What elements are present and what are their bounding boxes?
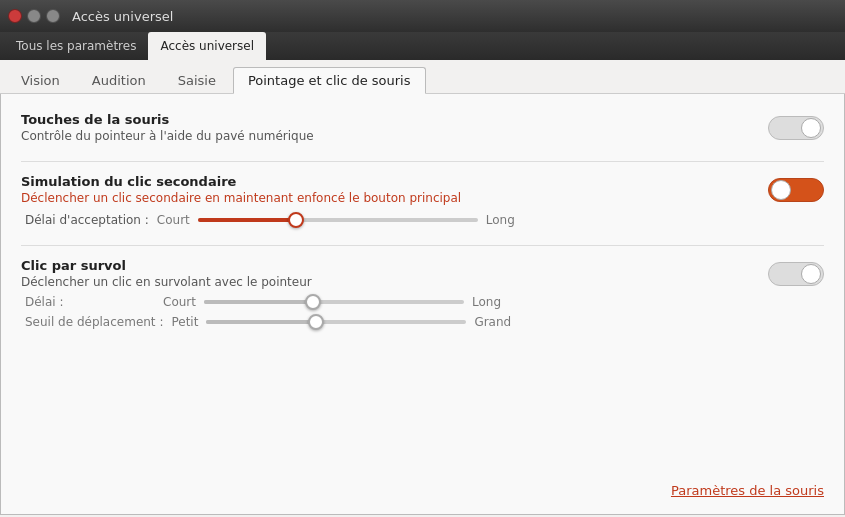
- window-title: Accès universel: [72, 9, 173, 24]
- divider-1: [21, 161, 824, 162]
- survol-delai-fill: [204, 300, 313, 304]
- survol-delai-row: Délai : Court Long: [25, 295, 824, 309]
- delai-max: Long: [486, 213, 515, 227]
- simulation-toggle[interactable]: I: [768, 178, 824, 202]
- survol-seuil-max: Grand: [474, 315, 511, 329]
- section-survol-header: Clic par survol Déclencher un clic en su…: [21, 258, 824, 289]
- section-simulation-text: Simulation du clic secondaire Déclencher…: [21, 174, 461, 205]
- menu-acces-universel[interactable]: Accès universel: [148, 32, 266, 60]
- survol-seuil-min: Petit: [171, 315, 198, 329]
- simulation-desc: Déclencher un clic secondaire en mainten…: [21, 191, 461, 205]
- titlebar: Accès universel: [0, 0, 845, 32]
- section-touches-souris: Touches de la souris Contrôle du pointeu…: [21, 112, 824, 143]
- footer-link[interactable]: Paramètres de la souris: [671, 483, 824, 498]
- touches-toggle-knob: [801, 118, 821, 138]
- survol-delai-track[interactable]: [204, 300, 464, 304]
- section-clic-survol: Clic par survol Déclencher un clic en su…: [21, 258, 824, 329]
- touches-desc: Contrôle du pointeur à l'aide du pavé nu…: [21, 129, 314, 143]
- survol-delai-label: Délai :: [25, 295, 155, 309]
- close-button[interactable]: [8, 9, 22, 23]
- survol-title: Clic par survol: [21, 258, 312, 273]
- tab-audition[interactable]: Audition: [77, 67, 161, 94]
- survol-desc: Déclencher un clic en survolant avec le …: [21, 275, 312, 289]
- survol-delai-thumb[interactable]: [305, 294, 321, 310]
- simulation-toggle-knob: [771, 180, 791, 200]
- section-simulation: Simulation du clic secondaire Déclencher…: [21, 174, 824, 227]
- survol-seuil-row: Seuil de déplacement : Petit Grand: [25, 315, 824, 329]
- delai-track[interactable]: [198, 218, 478, 222]
- survol-seuil-thumb[interactable]: [308, 314, 324, 330]
- delai-fill: [198, 218, 296, 222]
- main-content: Touches de la souris Contrôle du pointeu…: [0, 94, 845, 515]
- delai-thumb[interactable]: [288, 212, 304, 228]
- survol-seuil-track[interactable]: [206, 320, 466, 324]
- simulation-title: Simulation du clic secondaire: [21, 174, 461, 189]
- minimize-button[interactable]: [27, 9, 41, 23]
- section-touches-header: Touches de la souris Contrôle du pointeu…: [21, 112, 824, 143]
- delai-acceptation-row: Délai d'acceptation : Court Long: [25, 213, 824, 227]
- survol-sub-sliders: Délai : Court Long Seuil de déplacement …: [25, 295, 824, 329]
- survol-delai-max: Long: [472, 295, 501, 309]
- tab-vision[interactable]: Vision: [6, 67, 75, 94]
- menubar: Tous les paramètres Accès universel: [0, 32, 845, 60]
- menu-all-settings[interactable]: Tous les paramètres: [4, 32, 148, 60]
- window-controls: [8, 9, 60, 23]
- divider-2: [21, 245, 824, 246]
- survol-toggle[interactable]: [768, 262, 824, 286]
- tab-saisie[interactable]: Saisie: [163, 67, 231, 94]
- survol-seuil-label: Seuil de déplacement :: [25, 315, 163, 329]
- section-survol-text: Clic par survol Déclencher un clic en su…: [21, 258, 312, 289]
- touches-title: Touches de la souris: [21, 112, 314, 127]
- survol-delai-min: Court: [163, 295, 196, 309]
- survol-toggle-knob: [801, 264, 821, 284]
- touches-toggle[interactable]: [768, 116, 824, 140]
- maximize-button[interactable]: [46, 9, 60, 23]
- section-simulation-header: Simulation du clic secondaire Déclencher…: [21, 174, 824, 205]
- section-touches-text: Touches de la souris Contrôle du pointeu…: [21, 112, 314, 143]
- delai-min: Court: [157, 213, 190, 227]
- tabbar: Vision Audition Saisie Pointage et clic …: [0, 60, 845, 94]
- survol-seuil-fill: [206, 320, 315, 324]
- tab-pointage[interactable]: Pointage et clic de souris: [233, 67, 426, 94]
- delai-label: Délai d'acceptation :: [25, 213, 149, 227]
